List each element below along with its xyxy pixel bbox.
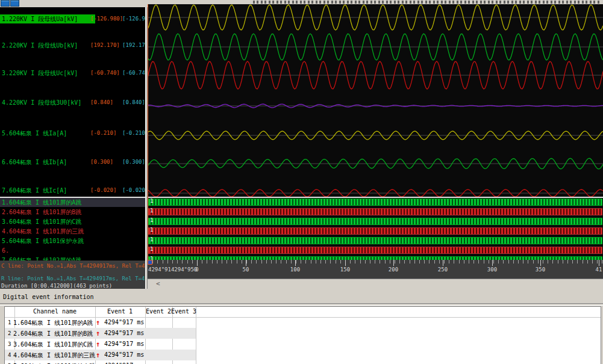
major-tick xyxy=(295,260,296,266)
ruler-tick-label: 41 xyxy=(596,267,602,273)
col-header-channel-name: Channel name xyxy=(33,308,77,315)
digital-state-bar: 1 xyxy=(148,237,602,244)
digital-channel-list[interactable]: 1.604柘泉 I 线101屏的A跳2.604柘泉 I 线101屏的B跳3.60… xyxy=(0,198,145,261)
analog-channel-list[interactable]: 1.220KV I 段母线Ua[kV][-126.980][-126.980]2… xyxy=(0,7,145,197)
major-tick xyxy=(443,260,443,266)
grid-line xyxy=(196,307,196,364)
analog-channel-name[interactable]: 3.220KV I 段母线Uc[kV] xyxy=(2,69,78,78)
col-header-event3: Event 3 xyxy=(171,308,196,315)
toolbar-window-icon-2[interactable] xyxy=(10,0,19,7)
analog-channel-name[interactable]: 2.220KV I 段母线Ub[kV] xyxy=(2,41,78,50)
ruler-tick-label: 350 xyxy=(536,267,545,273)
row-number: 2 xyxy=(8,330,11,336)
cursor-marker-handle[interactable] xyxy=(148,260,152,265)
event-info-panel: Digital event information Channel name E… xyxy=(0,289,603,364)
event-table-row[interactable]: 55.604柘泉 I 线101保护永跳↑4294"917 ms xyxy=(5,360,196,364)
channel-cursor-value-1: [192.170] xyxy=(90,41,120,50)
row-number: 3 xyxy=(8,341,11,347)
ruler-tick-label: 150 xyxy=(340,267,350,273)
digital-bars-area[interactable]: 1111111 xyxy=(148,198,603,260)
digital-state-bar: 1 xyxy=(148,218,602,225)
channel-cursor-value-1: [0.840] xyxy=(90,98,113,107)
ruler-tick-label: 100 xyxy=(290,267,300,273)
digital-state-value: 1 xyxy=(150,236,153,242)
toolbar-window-icon-1[interactable] xyxy=(1,0,10,7)
digital-channel-row[interactable]: 1.604柘泉 I 线101屏的A跳 xyxy=(0,198,145,207)
horizontal-scrollbar[interactable]: < xyxy=(148,279,603,289)
rising-edge-arrow-icon: ↑ xyxy=(96,340,100,348)
analog-channel-name[interactable]: 1.220KV I 段母线Ua[kV] xyxy=(0,14,95,23)
digital-state-value: 1 xyxy=(150,208,153,214)
minor-ticks xyxy=(148,260,603,264)
channel-cursor-value-2: [-0.020] xyxy=(122,186,145,195)
analog-channel-row[interactable]: 7.604柘泉 I 线Ic[A][-0.020][-0.020] xyxy=(0,186,145,195)
major-tick xyxy=(492,260,493,266)
event-table-row[interactable]: 22.604柘泉 I 线101屏的B跳↑4294"917 ms xyxy=(5,328,196,339)
duration-status: Duration [0:00.412000](463 points) xyxy=(1,283,112,289)
analog-channel-row[interactable]: 3.220KV I 段母线Uc[kV][-60.740][-60.740] xyxy=(0,69,145,78)
channel-cursor-value-1: [-0.210] xyxy=(90,129,116,138)
analog-channel-name[interactable]: 6.604柘泉 I 线Ib[A] xyxy=(2,158,67,167)
scroll-left-arrow-icon[interactable]: < xyxy=(156,280,160,288)
channel-cursor-value-2: [192.170] xyxy=(122,41,145,50)
event-table-row[interactable]: 44.604柘泉 I 线101屏的三跳↑4294"917 ms xyxy=(5,350,196,360)
channel-cursor-value-1: [-0.020] xyxy=(90,186,116,195)
panel-groove xyxy=(0,303,603,306)
c-cursor-line[interactable] xyxy=(148,4,148,260)
major-tick xyxy=(393,260,394,266)
analog-channel-row[interactable]: 1.220KV I 段母线Ua[kV][-126.980][-126.980] xyxy=(0,14,145,23)
digital-state-value: 1 xyxy=(150,217,153,223)
c-line-status: C line: Point No.=1,Abs T=4294917ms, Rel… xyxy=(1,263,145,269)
rising-edge-arrow-icon: ↑ xyxy=(96,329,100,338)
cursor-status-box: C line: Point No.=1,Abs T=4294917ms, Rel… xyxy=(0,261,145,289)
channel-cursor-value-2: [-60.740] xyxy=(122,69,145,78)
digital-state-bar: 1 xyxy=(148,227,602,235)
ruler-tick-label: 300 xyxy=(487,267,497,273)
row-number: 1 xyxy=(8,319,11,325)
event1-time: 4294"917 ms xyxy=(104,330,144,336)
channel-cursor-value-2: [-126.980] xyxy=(122,14,145,23)
waveform-traces xyxy=(148,4,603,197)
ruler-abs-time-label: 4294"914294"950 xyxy=(148,267,197,273)
major-tick xyxy=(599,260,599,266)
channel-cursor-value-1: [0.300] xyxy=(90,158,113,167)
digital-channel-row[interactable]: 2.604柘泉 I 线101屏的B跳 xyxy=(0,208,145,217)
digital-state-bar: 1 xyxy=(148,247,602,254)
analog-channel-name[interactable]: 5.604柘泉 I 线Ia[A] xyxy=(2,129,67,138)
analog-channel-row[interactable]: 6.604柘泉 I 线Ib[A][0.300][0.300] xyxy=(0,158,145,167)
digital-channel-row[interactable]: 3.604柘泉 I 线101屏的C跳 xyxy=(0,217,145,226)
event-table-row[interactable]: 33.604柘泉 I 线101屏的C跳↑4294"917 ms xyxy=(5,339,196,350)
event-channel-name: 2.604柘泉 I 线101屏的B跳 xyxy=(13,330,93,338)
event1-time: 4294"917 ms xyxy=(104,319,144,325)
channel-cursor-value-1: [-60.740] xyxy=(90,69,120,78)
waveform-analyzer-window: 1.220KV I 段母线Ua[kV][-126.980][-126.980]2… xyxy=(0,0,603,364)
digital-channel-row[interactable]: 5.604柘泉 I 线101保护永跳 xyxy=(0,236,145,245)
ruler-tick-label: 0 xyxy=(195,267,198,273)
col-header-event2: Event 2 xyxy=(146,308,171,315)
ruler-tick-label: 250 xyxy=(438,267,448,273)
analog-channel-name[interactable]: 4.220KV I 段母线3U0[kV] xyxy=(2,98,81,107)
waveform-plot-area[interactable] xyxy=(148,4,603,197)
event-channel-name: 1.604柘泉 I 线101屏的A跳 xyxy=(13,319,93,327)
analog-channel-row[interactable]: 2.220KV I 段母线Ub[kV][192.170][192.170] xyxy=(0,41,145,50)
analog-channel-name[interactable]: 7.604柘泉 I 线Ic[A] xyxy=(2,186,67,195)
time-ruler[interactable]: 4294"914294"950 05010015020025030035041 xyxy=(148,260,603,279)
rising-edge-arrow-icon: ↑ xyxy=(96,318,100,327)
analog-channel-row[interactable]: 5.604柘泉 I 线Ia[A][-0.210][-0.210] xyxy=(0,129,145,138)
digital-state-value: 1 xyxy=(150,198,153,204)
digital-channel-row[interactable]: 4.604柘泉 I 线101屏的三跳 xyxy=(0,227,145,236)
channel-cursor-value-1: [-126.980] xyxy=(90,14,123,23)
row-number: 4 xyxy=(8,352,11,358)
digital-channel-row[interactable]: 7.604柘泉 I 线102屏的A跳 xyxy=(0,256,145,261)
digital-event-table[interactable]: Channel name Event 1 Event 2 Event 3 11.… xyxy=(4,306,601,364)
rising-edge-arrow-icon: ↑ xyxy=(96,362,100,364)
digital-state-value: 1 xyxy=(150,227,153,233)
truncated-title-text xyxy=(253,1,601,4)
channel-cursor-value-2: [0.300] xyxy=(122,158,145,167)
event-table-row[interactable]: 11.604柘泉 I 线101屏的A跳↑4294"917 ms xyxy=(5,317,196,328)
analog-channel-row[interactable]: 4.220KV I 段母线3U0[kV][0.840][0.840] xyxy=(0,98,145,107)
digital-channel-row[interactable]: 6. xyxy=(0,246,145,255)
event-panel-title: Digital event information xyxy=(3,294,94,300)
channel-cursor-value-2: [0.840] xyxy=(122,98,145,107)
event-channel-name: 3.604柘泉 I 线101屏的C跳 xyxy=(13,341,93,349)
